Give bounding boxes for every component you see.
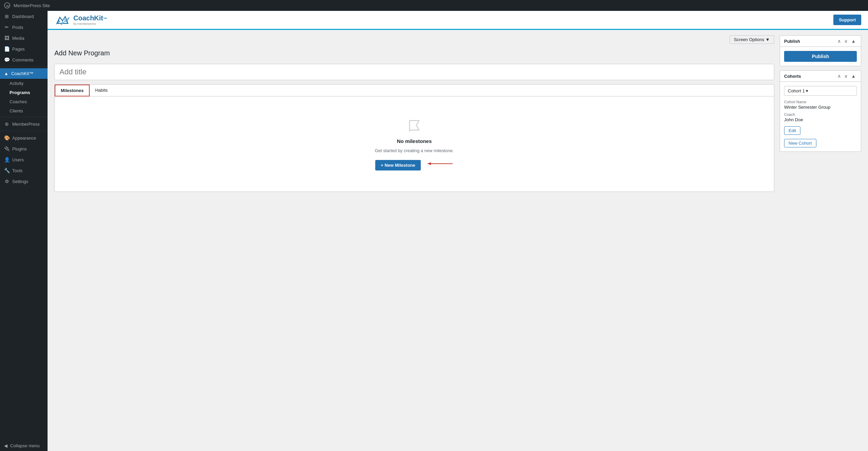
page-content: Screen Options ▼ Add New Program Milesto… (48, 30, 868, 451)
tab-habits[interactable]: Habits (90, 85, 113, 96)
new-milestone-row: + New Milestone (375, 157, 453, 170)
edit-cohort-button[interactable]: Edit (784, 126, 800, 135)
svg-marker-7 (428, 162, 431, 165)
sidebar: ⊞ Dashboard ✏ Posts 🖼 Media 📄 Pages 💬 Co… (0, 11, 48, 451)
sidebar-item-coaches[interactable]: Coaches (0, 97, 48, 106)
users-icon: 👤 (4, 157, 10, 162)
sidebar-item-appearance[interactable]: 🎨 Appearance (0, 132, 48, 143)
arrow-annotation (426, 161, 453, 166)
page-title: Add New Program (54, 49, 774, 57)
admin-bar: W MemberPress Site (0, 0, 868, 11)
empty-state-title: No milestones (397, 138, 432, 144)
dashboard-icon: ⊞ (4, 14, 10, 19)
new-cohort-button[interactable]: New Cohort (784, 139, 816, 147)
content-area: CoachKit™ by memberpress Support Screen … (48, 11, 868, 451)
cohort-name-value: Winter Semester Group (784, 105, 857, 110)
collapse-menu-button[interactable]: ◀ Collapse menu (0, 440, 48, 451)
program-title-input[interactable] (54, 64, 774, 80)
cohorts-panel-controls: ∧ ∨ ▲ (836, 73, 857, 79)
sidebar-item-users[interactable]: 👤 Users (0, 154, 48, 165)
sidebar-item-memberpress[interactable]: ⊛ MemberPress (0, 119, 48, 129)
sidebar-item-pages[interactable]: 📄 Pages (0, 43, 48, 54)
tabs-header: Milestones Habits (55, 85, 774, 96)
sidebar-item-posts[interactable]: ✏ Posts (0, 22, 48, 33)
screen-options-bar: Screen Options ▼ (54, 35, 774, 44)
pages-icon: 📄 (4, 46, 10, 52)
sidebar-divider-2 (0, 117, 48, 117)
settings-icon: ⚙ (4, 179, 10, 184)
new-milestone-button[interactable]: + New Milestone (375, 160, 421, 170)
sidebar-item-comments[interactable]: 💬 Comments (0, 54, 48, 65)
cohorts-panel: Cohorts ∧ ∨ ▲ Cohort 1 ▾ Cohort Name (780, 70, 861, 152)
cohorts-panel-close[interactable]: ▲ (850, 73, 857, 79)
tabs-content: No milestones Get started by creating a … (55, 96, 774, 192)
support-button[interactable]: Support (833, 15, 861, 25)
sidebar-divider-3 (0, 131, 48, 131)
publish-panel-collapse-up[interactable]: ∧ (836, 38, 842, 44)
tools-icon: 🔧 (4, 168, 10, 173)
sidebar-item-clients[interactable]: Clients (0, 106, 48, 115)
publish-button[interactable]: Publish (784, 51, 857, 62)
coachkit-icon: ▲ (4, 71, 8, 76)
cohorts-panel-collapse-up[interactable]: ∧ (836, 73, 842, 79)
annotation-arrow-icon (426, 161, 453, 166)
logo-main-text: CoachKit™ (73, 14, 107, 22)
cohort-actions: Edit (784, 126, 857, 135)
coachkit-logo-icon (54, 14, 71, 26)
logo-sub-text: by memberpress (73, 22, 107, 25)
cohorts-panel-body: Cohort 1 ▾ Cohort Name Winter Semester G… (780, 82, 861, 151)
screen-options-button[interactable]: Screen Options ▼ (729, 35, 774, 44)
collapse-icon: ◀ (4, 443, 7, 448)
coachkit-logo: CoachKit™ by memberpress (54, 14, 107, 26)
media-icon: 🖼 (4, 35, 10, 41)
cohort-name-field: Cohort Name Winter Semester Group (784, 100, 857, 110)
svg-text:W: W (6, 4, 9, 8)
cohort-coach-field: Coach John Doe (784, 112, 857, 122)
cohort-coach-value: John Doe (784, 117, 857, 122)
sidebar-item-dashboard[interactable]: ⊞ Dashboard (0, 11, 48, 22)
main-column: Screen Options ▼ Add New Program Milesto… (54, 35, 774, 446)
svg-marker-3 (56, 19, 60, 25)
publish-panel-collapse-down[interactable]: ∨ (843, 38, 849, 44)
tabs-container: Milestones Habits No milestones Get star… (54, 84, 774, 192)
publish-panel-controls: ∧ ∨ ▲ (836, 38, 857, 44)
plugins-icon: 🔌 (4, 146, 10, 151)
cohorts-panel-header: Cohorts ∧ ∨ ▲ (780, 71, 861, 82)
sidebar-item-tools[interactable]: 🔧 Tools (0, 165, 48, 176)
sidebar-item-plugins[interactable]: 🔌 Plugins (0, 143, 48, 154)
posts-icon: ✏ (4, 24, 10, 30)
sidebar-divider-1 (0, 67, 48, 67)
sidebar-item-programs[interactable]: Programs (0, 88, 48, 97)
header-bar: CoachKit™ by memberpress Support (48, 11, 868, 30)
cohorts-panel-collapse-down[interactable]: ∨ (843, 73, 849, 79)
cohort-selector-dropdown[interactable]: Cohort 1 ▾ (784, 86, 857, 96)
empty-state-description: Get started by creating a new milestone. (375, 148, 454, 153)
cohort-name-label: Cohort Name (784, 100, 857, 104)
sidebar-item-media[interactable]: 🖼 Media (0, 33, 48, 43)
empty-flag-icon (406, 118, 422, 134)
wordpress-logo-icon: W (4, 2, 10, 8)
sidebar-item-activity[interactable]: Activity (0, 79, 48, 88)
comments-icon: 💬 (4, 57, 10, 62)
memberpress-icon: ⊛ (4, 121, 10, 127)
right-sidebar: Publish ∧ ∨ ▲ Publish Cohorts (780, 35, 861, 446)
site-name: MemberPress Site (14, 3, 50, 8)
sidebar-item-settings[interactable]: ⚙ Settings (0, 176, 48, 187)
cohort-coach-label: Coach (784, 112, 857, 116)
publish-panel-header: Publish ∧ ∨ ▲ (780, 36, 861, 47)
appearance-icon: 🎨 (4, 135, 10, 141)
tab-milestones[interactable]: Milestones (55, 85, 90, 96)
publish-panel-body: Publish (780, 47, 861, 66)
publish-panel: Publish ∧ ∨ ▲ Publish (780, 35, 861, 66)
sidebar-item-coachkit[interactable]: ▲ CoachKit™ (0, 68, 48, 79)
new-cohort-container: New Cohort (784, 139, 857, 147)
publish-panel-close[interactable]: ▲ (850, 38, 857, 44)
